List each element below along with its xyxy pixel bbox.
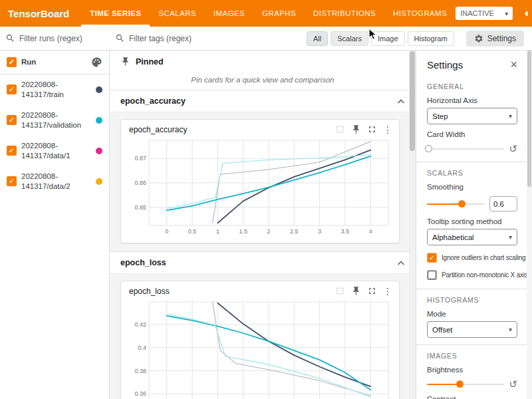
smoothing-slider[interactable] — [427, 203, 485, 205]
ignore-outliers-checkbox[interactable]: ✓ — [427, 253, 436, 262]
card-actions: ⋮ — [335, 286, 392, 296]
run-color-dot — [96, 117, 102, 124]
body-layout: ✓ Run ✓ 20220808-141317/train ✓ 20220808… — [0, 51, 532, 399]
svg-text:0.36: 0.36 — [134, 390, 146, 397]
svg-text:0.87: 0.87 — [134, 155, 146, 162]
card-header: epoch_loss ⋮ — [126, 281, 394, 298]
pin-card-icon[interactable] — [351, 124, 361, 134]
tooltip-sorting-select[interactable]: Alphabetical ▾ — [427, 229, 517, 245]
slider-thumb[interactable] — [425, 145, 432, 152]
fit-domain-icon[interactable] — [335, 286, 345, 296]
pin-card-icon[interactable] — [351, 286, 361, 296]
run-checkbox[interactable]: ✓ — [7, 84, 17, 94]
fullscreen-icon[interactable] — [367, 286, 377, 296]
search-icon — [115, 33, 125, 43]
filter-tags-input[interactable] — [129, 34, 299, 43]
svg-text:2.5: 2.5 — [290, 228, 299, 235]
cards-area: Pinned Pin cards for a quick view and co… — [110, 51, 416, 399]
reload-status-select[interactable]: INACTIVE ▾ — [456, 7, 513, 20]
settings-panel-title: Settings — [427, 59, 463, 70]
run-row[interactable]: ✓ 20220808-141317/train — [0, 74, 109, 105]
svg-text:1: 1 — [216, 228, 219, 235]
section-title: GENERAL — [427, 82, 517, 90]
run-checkbox[interactable]: ✓ — [7, 176, 17, 186]
tab-images[interactable]: IMAGES — [205, 0, 253, 27]
select-all-runs-checkbox[interactable]: ✓ — [7, 57, 17, 67]
fullscreen-icon[interactable] — [367, 124, 377, 134]
runs-sidebar: ✓ Run ✓ 20220808-141317/train ✓ 20220808… — [0, 51, 110, 399]
partition-x-axis-checkbox[interactable]: ✓ — [427, 270, 436, 279]
pinned-title: Pinned — [136, 57, 164, 66]
tag-group-header[interactable]: epoch_loss — [110, 252, 416, 274]
smoothing-value-input[interactable] — [489, 196, 517, 211]
histogram-mode-select[interactable]: Offset ▾ — [427, 321, 517, 338]
slider-thumb[interactable] — [458, 200, 466, 207]
app-logo[interactable]: TensorBoard — [0, 8, 81, 19]
chevron-down-icon: ▾ — [509, 326, 512, 333]
contrast-label: Contrast — [427, 395, 517, 399]
epoch-loss-chart[interactable]: 00.511.522.533.540.360.380.40.42 — [126, 298, 394, 399]
runs-header-row: ✓ Run — [0, 51, 109, 74]
run-row[interactable]: ✓ 20220808-141317/validation — [0, 105, 109, 136]
brightness-control: ↺ — [427, 379, 517, 389]
run-row[interactable]: ✓ 20220808-141317/data/2 — [0, 166, 109, 197]
partition-x-axis-row[interactable]: ✓ Partition non-monotonic X axis i — [427, 270, 517, 280]
ignore-outliers-label: Ignore outliers in chart scaling — [442, 254, 525, 261]
theme-toggle-icon[interactable]: ◐ — [521, 7, 532, 19]
card-title: epoch_accuracy — [129, 125, 187, 134]
brightness-slider[interactable] — [427, 384, 504, 385]
filter-runs-input[interactable] — [19, 34, 104, 43]
chip-image[interactable]: Image — [371, 31, 405, 46]
pinned-section-header: Pinned — [110, 51, 416, 72]
slider-thumb[interactable] — [456, 380, 464, 388]
svg-text:2: 2 — [267, 228, 270, 235]
ignore-outliers-row[interactable]: ✓ Ignore outliers in chart scaling — [427, 253, 517, 263]
tab-distributions[interactable]: DISTRIBUTIONS — [305, 0, 384, 27]
reset-icon[interactable]: ↺ — [509, 144, 517, 154]
histogram-mode-label: Mode — [427, 310, 517, 318]
horizontal-axis-select[interactable]: Step ▾ — [427, 108, 517, 124]
scrollbar-thumb[interactable] — [410, 51, 415, 151]
chip-scalars[interactable]: Scalars — [331, 31, 368, 46]
run-row[interactable]: ✓ 20220808-141317/data/1 — [0, 136, 109, 166]
svg-text:0.85: 0.85 — [134, 204, 146, 211]
chip-histogram[interactable]: Histogram — [408, 31, 454, 46]
top-bar: TensorBoard TIME SERIES SCALARS IMAGES G… — [0, 0, 532, 27]
horizontal-axis-label: Horizontal Axis — [427, 96, 517, 104]
main-scrollbar[interactable] — [409, 51, 416, 399]
panel-scrollbar[interactable] — [527, 51, 532, 399]
partition-x-axis-label: Partition non-monotonic X axis — [442, 271, 528, 279]
runs-filter-box — [0, 33, 110, 43]
tags-filter-box: All Scalars Image Histogram — [110, 31, 466, 46]
chevron-down-icon: ▾ — [509, 233, 512, 241]
reset-icon[interactable]: ↺ — [509, 379, 517, 389]
fit-domain-icon[interactable] — [335, 124, 345, 134]
card-width-slider[interactable] — [427, 148, 504, 150]
svg-text:4: 4 — [369, 228, 372, 235]
run-checkbox[interactable]: ✓ — [7, 146, 17, 156]
run-checkbox[interactable]: ✓ — [7, 115, 17, 125]
card-width-control: ↺ — [427, 144, 517, 154]
tab-graphs[interactable]: GRAPHS — [253, 0, 305, 27]
settings-section-scalars: SCALARS Smoothing Tooltip sorting method… — [416, 162, 527, 289]
svg-text:0.5: 0.5 — [188, 228, 197, 235]
tag-filter-chips: All Scalars Image Histogram — [307, 31, 454, 46]
more-options-icon[interactable]: ⋮ — [383, 125, 392, 134]
svg-text:1.5: 1.5 — [239, 228, 247, 235]
tab-scalars[interactable]: SCALARS — [150, 0, 205, 27]
run-label: 20220808-141317/data/2 — [21, 172, 91, 192]
close-icon[interactable]: × — [510, 59, 517, 70]
tag-group-title: epoch_accuracy — [120, 96, 186, 106]
tag-group-header[interactable]: epoch_accuracy — [110, 90, 416, 112]
epoch-accuracy-chart[interactable]: 00.511.522.533.540.850.860.87 — [126, 136, 394, 236]
chip-all[interactable]: All — [307, 31, 328, 46]
more-options-icon[interactable]: ⋮ — [383, 287, 392, 296]
tab-histograms[interactable]: HISTOGRAMS — [384, 0, 456, 27]
horizontal-axis-value: Step — [432, 112, 448, 120]
tag-group-epoch-accuracy: epoch_accuracy epoch_accuracy ⋮ — [110, 90, 416, 252]
tag-group-epoch-loss: epoch_loss epoch_loss ⋮ — [110, 252, 416, 399]
chevron-up-icon — [397, 260, 405, 266]
tab-time-series[interactable]: TIME SERIES — [81, 0, 150, 27]
settings-button[interactable]: Settings — [466, 31, 524, 47]
scrollbar-thumb[interactable] — [527, 51, 531, 187]
